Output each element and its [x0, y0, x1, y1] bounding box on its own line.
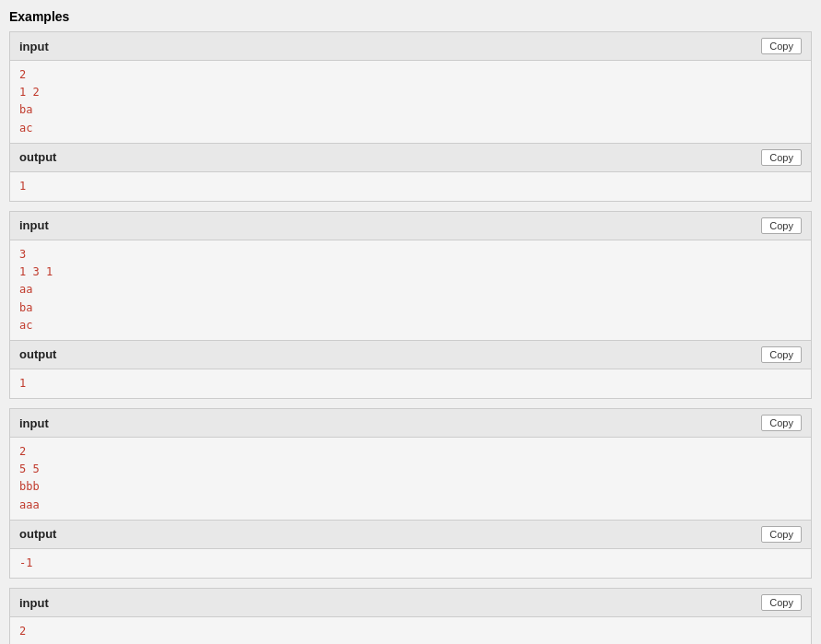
input-header-1: inputCopy [10, 32, 811, 61]
input-line: 2 [19, 623, 802, 640]
input-label-1: input [19, 40, 49, 53]
example-block-1: inputCopy21 2baacoutputCopy1 [9, 31, 812, 202]
copy-input-button-2[interactable]: Copy [761, 217, 802, 234]
output-value-3: -1 [19, 555, 802, 572]
output-label-3: output [19, 527, 56, 541]
copy-input-button-3[interactable]: Copy [761, 415, 802, 431]
input-content-4: 23 3aaaaa [10, 617, 811, 644]
input-content-2: 31 3 1aabaac [10, 240, 811, 340]
example-block-2: inputCopy31 3 1aabaacoutputCopy1 [9, 211, 812, 399]
output-label-1: output [19, 150, 56, 164]
input-line: ba [19, 101, 802, 119]
input-line: ba [19, 299, 802, 317]
input-line: 3 [19, 246, 802, 263]
input-line: 1 3 1 [19, 263, 802, 281]
copy-input-button-1[interactable]: Copy [761, 38, 802, 54]
example-block-3: inputCopy25 5bbbaaaoutputCopy-1 [9, 408, 812, 579]
input-header-4: inputCopy [10, 589, 811, 617]
output-header-3: outputCopy [10, 520, 811, 549]
example-block-4: inputCopy23 3aaaaaoutputCopy-1 [9, 588, 812, 644]
input-content-3: 25 5bbbaaa [10, 438, 811, 520]
copy-output-button-3[interactable]: Copy [761, 526, 802, 543]
input-line: ac [19, 120, 802, 137]
input-line: bbb [19, 478, 802, 496]
copy-output-button-1[interactable]: Copy [761, 149, 802, 166]
input-line: aa [19, 281, 802, 299]
input-label-2: input [19, 218, 49, 232]
input-line: aaa [19, 497, 802, 514]
input-line: ac [19, 317, 802, 334]
output-content-1: 1 [10, 172, 811, 201]
output-header-2: outputCopy [10, 340, 811, 369]
input-line: 1 2 [19, 84, 802, 101]
output-content-3: -1 [10, 549, 811, 578]
page-title: Examples [9, 9, 812, 24]
input-line: 2 [19, 66, 802, 84]
input-content-1: 21 2baac [10, 61, 811, 143]
input-header-2: inputCopy [10, 212, 811, 240]
output-header-1: outputCopy [10, 143, 811, 172]
input-line: 3 3 [19, 640, 802, 644]
output-content-2: 1 [10, 369, 811, 398]
copy-input-button-4[interactable]: Copy [761, 594, 802, 611]
output-value-2: 1 [19, 375, 802, 392]
copy-output-button-2[interactable]: Copy [761, 346, 802, 363]
input-label-3: input [19, 416, 49, 430]
input-header-3: inputCopy [10, 409, 811, 438]
output-label-2: output [19, 347, 56, 361]
input-line: 5 5 [19, 461, 802, 478]
input-label-4: input [19, 596, 49, 610]
input-line: 2 [19, 443, 802, 461]
output-value-1: 1 [19, 178, 802, 195]
